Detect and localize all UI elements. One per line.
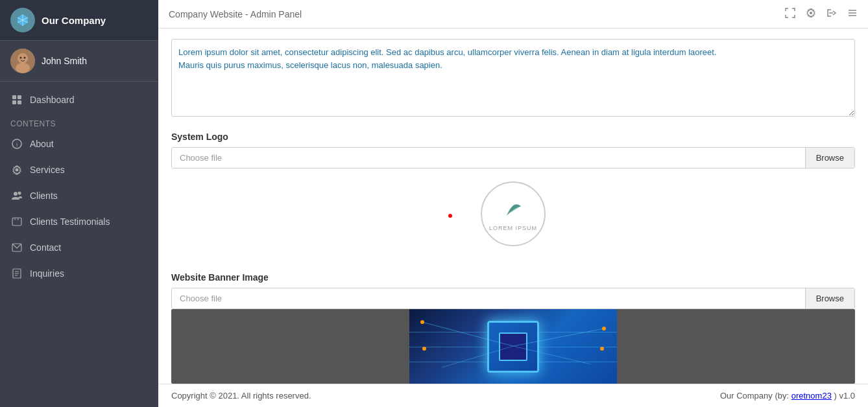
- footer-right: Our Company (by: oretnom23 ) v1.0: [720, 391, 855, 401]
- footer-link[interactable]: oretnom23: [791, 391, 832, 401]
- description-textarea[interactable]: Lorem ipsum dolor sit amet, consectetur …: [171, 39, 855, 117]
- banner-preview: [171, 309, 855, 384]
- svg-rect-6: [18, 95, 21, 99]
- svg-point-11: [16, 169, 19, 172]
- copyright-text: Copyright © 2021. All rights reserved.: [171, 391, 311, 401]
- sidebar-item-dashboard[interactable]: Dashboard: [0, 87, 158, 113]
- username: John Smith: [42, 56, 87, 66]
- sidebar-header: Our Company: [0, 0, 158, 41]
- banner-browse-button[interactable]: Browse: [805, 288, 854, 308]
- sidebar-item-testimonials[interactable]: " " Clients Testimonials: [0, 209, 158, 235]
- inquiries-icon: [10, 267, 23, 280]
- clients-icon: [10, 189, 23, 202]
- services-label: Services: [30, 165, 65, 175]
- system-logo-label: System Logo: [171, 132, 855, 142]
- gear-icon: [10, 163, 23, 176]
- footer: Copyright © 2021. All rights reserved. O…: [158, 384, 868, 407]
- logo-browse-button[interactable]: Browse: [805, 148, 854, 168]
- dashboard-label: Dashboard: [30, 95, 75, 105]
- logo-file-input[interactable]: Choose file Browse: [171, 147, 855, 169]
- content-area: Lorem ipsum dolor sit amet, consectetur …: [158, 29, 868, 384]
- logout-icon[interactable]: [826, 8, 837, 21]
- footer-suffix: ) v1.0: [832, 391, 855, 401]
- svg-text:i: i: [16, 141, 18, 148]
- banner-label: Website Banner Image: [171, 272, 855, 283]
- sidebar-item-about[interactable]: i About: [0, 131, 158, 157]
- svg-point-13: [18, 192, 21, 195]
- banner-file-placeholder: Choose file: [172, 288, 805, 308]
- logo-sub-text: LOREM IPSUM: [489, 225, 537, 231]
- sidebar-item-contact[interactable]: Contact: [0, 235, 158, 261]
- avatar: [10, 49, 35, 73]
- svg-point-31: [602, 327, 606, 331]
- sidebar-nav: Dashboard Contents i About: [0, 82, 158, 292]
- about-label: About: [30, 139, 54, 149]
- sidebar: Our Company John Smith: [0, 0, 158, 407]
- svg-text:": ": [17, 218, 19, 225]
- svg-point-12: [14, 192, 18, 196]
- resize-icon[interactable]: [785, 8, 795, 21]
- system-logo-section: System Logo Choose file Browse LOREM IPS…: [171, 132, 855, 259]
- company-logo: [10, 8, 35, 32]
- settings-icon[interactable]: [806, 8, 816, 21]
- logo-preview: LOREM IPSUM: [171, 169, 855, 259]
- svg-point-2: [16, 63, 30, 73]
- contact-label: Contact: [30, 242, 61, 253]
- logo-circle-preview: LOREM IPSUM: [481, 181, 546, 246]
- red-dot-indicator: [448, 214, 452, 218]
- svg-line-26: [422, 322, 513, 346]
- logo-file-placeholder: Choose file: [172, 148, 805, 168]
- svg-line-28: [442, 346, 513, 367]
- svg-line-29: [513, 346, 591, 364]
- banner-file-input[interactable]: Choose file Browse: [171, 288, 855, 309]
- clients-label: Clients: [30, 191, 58, 201]
- svg-text:": ": [14, 218, 16, 225]
- svg-line-27: [513, 329, 604, 346]
- sidebar-item-services[interactable]: Services: [0, 157, 158, 183]
- company-name: Our Company: [42, 15, 106, 26]
- svg-rect-5: [12, 95, 16, 99]
- sidebar-item-clients[interactable]: Clients: [0, 183, 158, 209]
- contact-icon: [10, 241, 23, 254]
- contents-label: Contents: [0, 113, 158, 131]
- description-section: Lorem ipsum dolor sit amet, consectetur …: [171, 39, 855, 119]
- banner-image: [409, 309, 617, 384]
- user-profile[interactable]: John Smith: [0, 41, 158, 82]
- quote-icon: " ": [10, 215, 23, 228]
- banner-section: Website Banner Image Choose file Browse: [171, 272, 855, 384]
- main-area: Company Website - Admin Panel: [158, 0, 868, 407]
- svg-point-1: [18, 53, 28, 64]
- svg-point-4: [24, 57, 26, 59]
- svg-rect-8: [18, 100, 21, 104]
- topbar: Company Website - Admin Panel: [158, 0, 868, 29]
- svg-point-22: [810, 12, 812, 14]
- footer-right-text: Our Company (by:: [720, 391, 791, 401]
- menu-icon[interactable]: [847, 8, 858, 21]
- svg-rect-7: [12, 100, 16, 104]
- page-title: Company Website - Admin Panel: [169, 9, 302, 19]
- inquiries-label: Inquiries: [30, 268, 64, 279]
- dashboard-icon: [10, 93, 23, 106]
- topbar-actions: [785, 8, 858, 21]
- testimonials-label: Clients Testimonials: [30, 216, 110, 227]
- info-icon: i: [10, 137, 23, 150]
- svg-point-30: [420, 320, 424, 324]
- sidebar-item-inquiries[interactable]: Inquiries: [0, 261, 158, 286]
- svg-point-3: [20, 57, 22, 59]
